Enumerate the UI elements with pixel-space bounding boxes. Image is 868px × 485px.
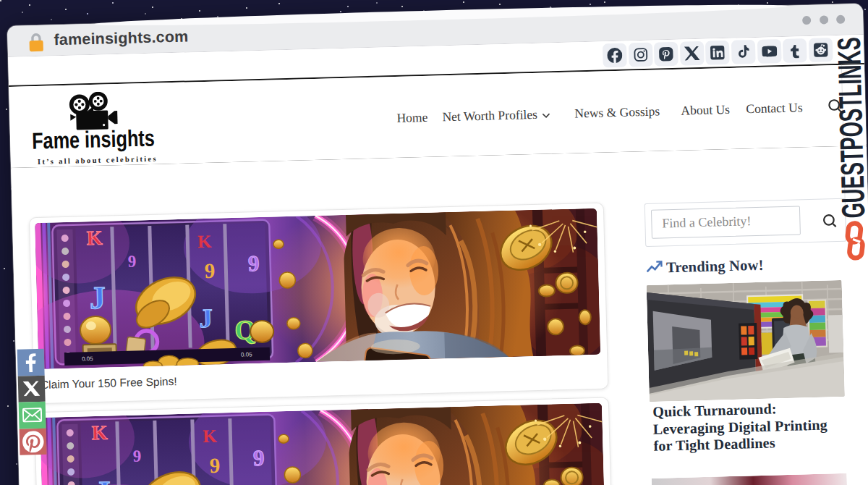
svg-text:GUESTPOSTLINKS: GUESTPOSTLINKS xyxy=(834,37,868,219)
